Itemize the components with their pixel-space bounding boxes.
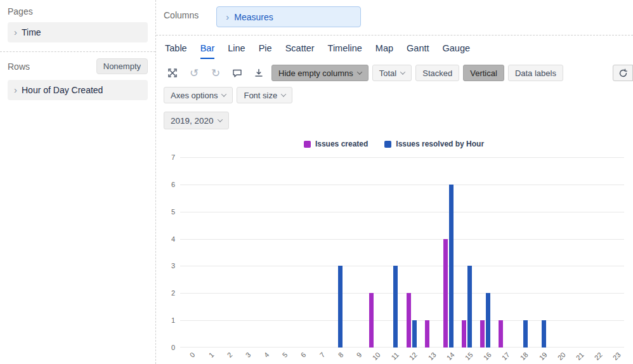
axes-options-button[interactable]: Axes options <box>164 87 233 103</box>
total-button[interactable]: Total <box>372 65 412 81</box>
x-tick-label: 23 <box>611 351 622 361</box>
download-button[interactable] <box>250 65 268 81</box>
chevron-right-icon: › <box>14 87 17 93</box>
swap-axes-button[interactable] <box>164 65 181 81</box>
x-tick-label: 14 <box>445 351 455 361</box>
bar-group <box>402 157 421 348</box>
x-tick-label: 8 <box>337 351 345 359</box>
bar-group <box>532 157 550 348</box>
stacked-label: Stacked <box>422 68 452 78</box>
axes-options-label: Axes options <box>171 91 218 100</box>
x-tick-label: 1 <box>207 351 215 359</box>
tab-map[interactable]: Map <box>375 43 393 59</box>
bar[interactable] <box>443 239 448 348</box>
legend-item-issues-created[interactable]: Issues created <box>304 140 368 148</box>
x-tick-label: 18 <box>519 351 530 361</box>
x-tick-label: 12 <box>408 351 419 361</box>
data-labels-button[interactable]: Data labels <box>508 65 563 81</box>
y-tick-label: 4 <box>171 235 175 243</box>
bar[interactable] <box>449 185 454 348</box>
bar-group <box>421 157 439 348</box>
pages-item-time[interactable]: › Time <box>8 22 148 42</box>
redo-icon: ↻ <box>211 68 220 79</box>
x-tick-label: 4 <box>263 351 271 359</box>
bar-group <box>569 157 587 348</box>
chevron-down-icon <box>281 91 286 96</box>
x-tick-label: 11 <box>389 351 400 361</box>
vertical-button[interactable]: Vertical <box>463 65 504 81</box>
bar-group <box>199 157 217 348</box>
tab-gauge[interactable]: Gauge <box>443 43 471 59</box>
x-tick-label: 10 <box>371 351 382 361</box>
tab-scatter[interactable]: Scatter <box>285 43 315 59</box>
bar[interactable] <box>369 293 374 348</box>
rows-item-hour-of-day-created[interactable]: › Hour of Day Created <box>8 80 148 100</box>
comment-icon <box>232 68 242 78</box>
bar[interactable] <box>462 320 466 348</box>
bar-group <box>550 157 568 348</box>
bar[interactable] <box>338 266 343 348</box>
columns-row: Columns › Measures <box>156 0 633 36</box>
time-filter-button[interactable]: 2019, 2020 <box>164 112 229 129</box>
legend-swatch <box>384 141 391 148</box>
pages-label: Pages <box>8 6 148 16</box>
hide-empty-columns-label: Hide empty columns <box>278 68 353 78</box>
legend-item-issues-resolved[interactable]: Issues resolved by Hour <box>384 140 484 148</box>
bar-group <box>587 157 606 348</box>
x-tick-label: 15 <box>463 351 474 361</box>
bar[interactable] <box>467 266 472 348</box>
bar-group <box>347 157 365 348</box>
tab-table[interactable]: Table <box>165 43 187 59</box>
download-icon <box>254 68 264 78</box>
undo-button[interactable]: ↺ <box>185 65 203 81</box>
redo-button[interactable]: ↻ <box>207 65 225 81</box>
hide-empty-columns-button[interactable]: Hide empty columns <box>271 65 369 81</box>
tab-pie[interactable]: Pie <box>259 43 272 59</box>
x-tick-label: 19 <box>537 351 548 361</box>
tab-gantt[interactable]: Gantt <box>407 43 429 59</box>
tab-line[interactable]: Line <box>228 43 245 59</box>
refresh-button[interactable] <box>613 65 633 81</box>
bar-group <box>310 157 328 348</box>
measures-chip-label: Measures <box>234 12 273 22</box>
main-panel: Columns › Measures Table Bar Line Pie Sc… <box>156 0 633 364</box>
font-size-button[interactable]: Font size <box>237 87 292 103</box>
bar[interactable] <box>499 320 503 348</box>
chevron-down-icon <box>221 91 226 96</box>
nonempty-button[interactable]: Nonempty <box>96 58 148 74</box>
pages-item-time-label: Time <box>22 27 41 37</box>
tab-bar[interactable]: Bar <box>200 43 215 59</box>
bar[interactable] <box>486 293 490 348</box>
bar[interactable] <box>407 293 411 348</box>
x-axis: 01234567891011121314151617181920212223 <box>180 348 624 364</box>
bar-group <box>273 157 291 348</box>
y-tick-label: 6 <box>171 181 175 188</box>
bar[interactable] <box>412 320 417 348</box>
toolbar-main: ↺ ↻ Hide empty columns Total <box>156 59 633 81</box>
bar-group <box>495 157 513 348</box>
x-tick-label: 21 <box>574 351 585 361</box>
measures-chip[interactable]: › Measures <box>216 6 361 27</box>
chevron-down-icon <box>400 69 405 74</box>
x-tick-label: 7 <box>318 351 326 359</box>
y-tick-label: 2 <box>171 289 175 297</box>
plot-area <box>180 157 624 348</box>
bar[interactable] <box>425 320 429 348</box>
y-tick-label: 5 <box>171 208 175 216</box>
columns-label: Columns <box>164 6 199 20</box>
stacked-button[interactable]: Stacked <box>415 65 459 81</box>
bar[interactable] <box>480 320 485 348</box>
tab-timeline[interactable]: Timeline <box>328 43 362 59</box>
bar-group <box>291 157 310 348</box>
x-tick-label: 22 <box>593 351 604 361</box>
comment-button[interactable] <box>228 65 246 81</box>
font-size-label: Font size <box>244 91 277 100</box>
app-window: Pages › Time Rows Nonempty › Hour of Day… <box>0 0 633 364</box>
legend-swatch <box>304 141 311 148</box>
bar[interactable] <box>523 320 528 348</box>
bar[interactable] <box>542 320 546 348</box>
x-tick-label: 0 <box>188 351 197 359</box>
bar-group <box>254 157 273 348</box>
bar[interactable] <box>393 266 398 348</box>
vertical-label: Vertical <box>470 68 497 78</box>
